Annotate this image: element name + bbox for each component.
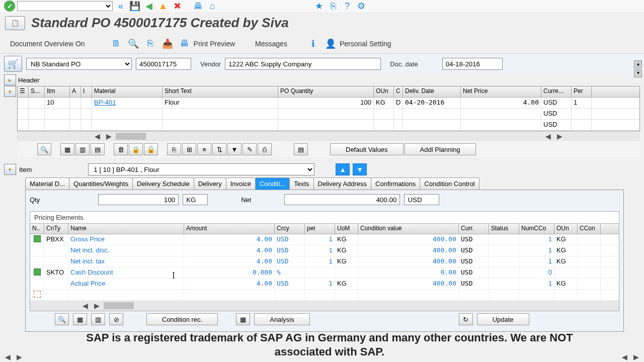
help-icon[interactable]: ? bbox=[341, 0, 353, 12]
nav-left-icon[interactable]: ◀ bbox=[93, 132, 102, 140]
nav-scrollbar[interactable] bbox=[116, 133, 146, 140]
qty-field[interactable] bbox=[98, 194, 179, 205]
unlock-icon[interactable]: 🔓 bbox=[144, 143, 158, 155]
item-down-icon[interactable]: ▼ bbox=[353, 163, 367, 175]
net-curr-field[interactable] bbox=[404, 194, 439, 205]
items-row[interactable]: USD bbox=[18, 120, 639, 131]
pricing-row[interactable]: Net incl. tax4.00USD1KG400.00USD1KG bbox=[30, 256, 619, 267]
print-icon[interactable]: 🖶 bbox=[192, 0, 204, 12]
tool-btn[interactable]: ▦ bbox=[73, 313, 87, 325]
tool-btn[interactable]: ⎙ bbox=[258, 143, 272, 155]
cart-icon[interactable]: 🛒 bbox=[4, 56, 22, 72]
update-button[interactable]: Update bbox=[477, 313, 529, 325]
detail-icon[interactable]: 🔍 bbox=[37, 143, 51, 155]
tab-delivery-schedule[interactable]: Delivery Schedule bbox=[132, 177, 194, 190]
favorite-icon[interactable]: ★ bbox=[313, 0, 325, 12]
messages-button[interactable]: Messages bbox=[255, 40, 287, 48]
col-a[interactable]: A bbox=[70, 86, 81, 97]
nav-right2-icon[interactable]: ▶ bbox=[555, 132, 565, 140]
item-up-icon[interactable]: ▲ bbox=[336, 163, 350, 175]
personal-setting-button[interactable]: 👤 Personal Setting bbox=[325, 38, 391, 50]
tool-btn[interactable]: ≡ bbox=[197, 143, 211, 155]
lock-icon[interactable]: 🔒 bbox=[129, 143, 143, 155]
items-row[interactable]: 10 BP-401 Flour 100 KG D 04-20-2016 4.00… bbox=[18, 98, 639, 109]
info-icon[interactable]: ℹ bbox=[307, 38, 319, 50]
tool-btn[interactable]: ▤ bbox=[91, 143, 105, 155]
tool-btn[interactable]: ▤ bbox=[294, 143, 308, 155]
nav-left2-icon[interactable]: ◀ bbox=[543, 132, 553, 140]
other-po-icon[interactable]: 🔍 bbox=[127, 38, 139, 50]
tool-btn[interactable]: ▥ bbox=[91, 313, 105, 325]
col-c[interactable]: C bbox=[394, 86, 403, 97]
back-green-icon[interactable]: ◀ bbox=[143, 0, 155, 12]
items-row[interactable]: USD bbox=[18, 109, 639, 120]
nav-scrollbar[interactable] bbox=[104, 302, 134, 309]
doc-overview-button[interactable]: Document Overview On bbox=[10, 40, 85, 48]
scroll-up-icon[interactable]: ▴ bbox=[634, 60, 642, 68]
tab-material[interactable]: Material D... bbox=[25, 177, 69, 190]
filter-icon[interactable]: ▼ bbox=[227, 143, 242, 155]
col-short-text[interactable]: Short Text bbox=[163, 86, 278, 97]
cancel-icon[interactable]: ✖ bbox=[171, 0, 183, 12]
item-collapse-icon[interactable]: ▾ bbox=[4, 164, 16, 175]
save-icon[interactable]: 💾 bbox=[129, 0, 141, 12]
delete-icon[interactable]: 🗑 bbox=[114, 143, 128, 155]
detail-icon[interactable]: 🔍 bbox=[55, 313, 69, 325]
tool-btn[interactable]: ⊘ bbox=[109, 313, 123, 325]
item-select[interactable]: 1 [ 10 ] BP-401 , Flour bbox=[88, 163, 314, 175]
col-curr[interactable]: Curre... bbox=[541, 86, 572, 97]
vendor-field[interactable] bbox=[225, 58, 381, 70]
nav-left-icon[interactable]: ◀ bbox=[3, 353, 13, 361]
tab-confirmations[interactable]: Confirmations bbox=[371, 177, 420, 190]
tab-conditions[interactable]: Conditi... bbox=[255, 177, 290, 190]
print-preview-button[interactable]: 🖶 Print Preview bbox=[179, 38, 235, 50]
nav-left-icon[interactable]: ◀ bbox=[620, 353, 629, 361]
settings-icon[interactable]: ⚙ bbox=[355, 0, 367, 12]
analysis-icon[interactable]: ▦ bbox=[236, 313, 250, 325]
back-icon[interactable]: « bbox=[115, 0, 127, 12]
tab-quantities[interactable]: Quantities/Weights bbox=[69, 177, 133, 190]
copy-icon[interactable]: ⎘ bbox=[144, 38, 156, 50]
pricing-row[interactable]: Actual Price4.00USD1KG400.00USD1KG bbox=[30, 279, 619, 290]
nav-right-icon[interactable]: ▶ bbox=[104, 132, 114, 140]
tab-delivery-address[interactable]: Delivery Address bbox=[313, 177, 372, 190]
col-s[interactable]: S... bbox=[29, 86, 45, 97]
net-field[interactable] bbox=[284, 194, 400, 205]
tab-texts[interactable]: Texts bbox=[289, 177, 313, 190]
qty-unit-field[interactable] bbox=[183, 194, 208, 205]
col-deliv[interactable]: Deliv. Date bbox=[403, 86, 461, 97]
col-po-qty[interactable]: PO Quantity bbox=[278, 86, 374, 97]
addl-planning-button[interactable]: Addl Planning bbox=[405, 143, 476, 155]
command-field[interactable] bbox=[17, 1, 113, 11]
tool-btn[interactable]: ▥ bbox=[75, 143, 90, 155]
tab-invoice[interactable]: Invoice bbox=[226, 177, 256, 190]
tab-condition-control[interactable]: Condition Control bbox=[420, 177, 479, 190]
nav-right-icon[interactable]: ▶ bbox=[92, 302, 102, 310]
col-select[interactable]: ☰ bbox=[18, 86, 29, 97]
tool-btn[interactable]: ✎ bbox=[243, 143, 257, 155]
pricing-row[interactable] bbox=[30, 290, 619, 301]
exit-icon[interactable]: ▲ bbox=[157, 0, 169, 12]
pricing-row[interactable]: PBXXGross Price4.00USD1KG400.00USD1KG bbox=[30, 234, 619, 245]
nav-left-icon[interactable]: ◀ bbox=[80, 302, 90, 310]
nav-right-icon[interactable]: ▶ bbox=[631, 353, 641, 361]
pricing-row[interactable]: SKTOCash Discount0.000%0.00USD0 bbox=[30, 267, 619, 279]
doc-date-field[interactable] bbox=[442, 58, 503, 70]
col-material[interactable]: Material bbox=[92, 86, 163, 97]
find-icon[interactable]: ⌂ bbox=[206, 0, 218, 12]
col-itm[interactable]: Itm bbox=[45, 86, 70, 97]
pricing-row[interactable]: Net incl. disc.4.00USD1KG400.00USD1KG bbox=[30, 245, 619, 256]
items-collapse-icon[interactable]: ▾ bbox=[4, 86, 16, 97]
po-number-field[interactable] bbox=[136, 58, 191, 70]
nav-right-icon[interactable]: ▶ bbox=[15, 353, 24, 361]
condition-rec-button[interactable]: Condition rec. bbox=[146, 313, 218, 325]
update-icon[interactable]: ↻ bbox=[459, 313, 473, 325]
col-i[interactable]: I bbox=[81, 86, 92, 97]
title-icon[interactable]: 📋 bbox=[5, 16, 25, 30]
default-values-button[interactable]: Default Values bbox=[330, 143, 404, 155]
tool-btn[interactable]: ▦ bbox=[60, 143, 74, 155]
po-type-select[interactable]: NB Standard PO bbox=[26, 58, 132, 70]
tool-btn[interactable]: ⊞ bbox=[182, 143, 196, 155]
col-oun[interactable]: OUn bbox=[374, 86, 394, 97]
scroll-down-icon[interactable]: ▾ bbox=[634, 69, 642, 77]
